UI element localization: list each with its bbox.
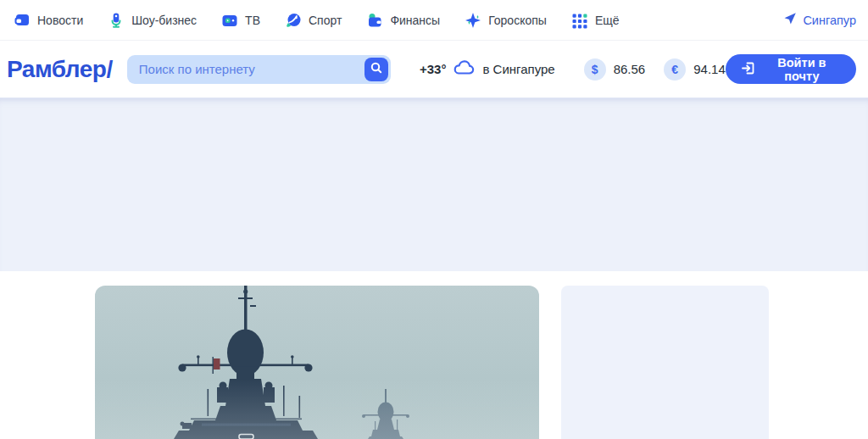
topnav-label: ТВ bbox=[245, 14, 260, 27]
login-mail-button[interactable]: Войти в почту bbox=[726, 54, 856, 84]
topnav-item-horoscope[interactable]: Гороскопы bbox=[465, 12, 547, 29]
wallet-icon bbox=[366, 12, 383, 29]
rambler-logo[interactable]: Рамблер/ bbox=[7, 56, 127, 83]
weather-widget[interactable]: +33° в Сингапуре bbox=[420, 60, 555, 79]
eur-rate[interactable]: € 94.14 bbox=[664, 58, 726, 81]
topnav-label: Шоу-бизнес bbox=[131, 14, 197, 27]
star-icon bbox=[465, 12, 481, 29]
main-content bbox=[0, 271, 868, 439]
topnav-label: Новости bbox=[37, 14, 83, 27]
sidebar-card-placeholder bbox=[561, 286, 769, 439]
ball-icon bbox=[285, 12, 302, 29]
location-selector[interactable]: Сингапур bbox=[783, 12, 856, 29]
topnav-label: Спорт bbox=[309, 14, 342, 27]
topnav-item-sport[interactable]: Спорт bbox=[285, 12, 342, 29]
login-label: Войти в почту bbox=[763, 56, 841, 83]
topnav-item-news[interactable]: Новости bbox=[14, 12, 83, 29]
login-icon bbox=[741, 61, 755, 78]
article-image-warships[interactable] bbox=[95, 286, 539, 439]
topnav-item-showbiz[interactable]: Шоу-бизнес bbox=[108, 12, 197, 29]
dollar-icon: $ bbox=[584, 58, 606, 81]
topnav-label: Ещё bbox=[595, 14, 620, 27]
topnav-label: Гороскопы bbox=[488, 14, 547, 27]
weather-temp: +33° bbox=[420, 62, 446, 76]
topnav-item-more[interactable]: Ещё bbox=[571, 12, 620, 29]
topnav-item-finance[interactable]: Финансы bbox=[366, 12, 440, 29]
search-bar bbox=[127, 55, 391, 84]
tv-icon bbox=[221, 12, 238, 29]
topnav-label: Финансы bbox=[390, 14, 440, 27]
weather-location: в Сингапуре bbox=[482, 62, 554, 76]
location-arrow-icon bbox=[783, 12, 797, 29]
location-label: Сингапур bbox=[803, 14, 856, 27]
search-input[interactable] bbox=[127, 55, 391, 84]
top-nav: Новости Шоу-бизнес ТВ bbox=[0, 0, 868, 41]
search-icon bbox=[370, 61, 383, 77]
usd-rate[interactable]: $ 86.56 bbox=[584, 58, 646, 81]
currency-rates: $ 86.56 € 94.14 bbox=[584, 58, 726, 81]
ad-banner-placeholder bbox=[0, 97, 868, 271]
euro-icon: € bbox=[664, 58, 686, 81]
news-icon bbox=[14, 12, 31, 29]
eur-value: 94.14 bbox=[693, 62, 726, 76]
cloud-icon bbox=[453, 60, 476, 79]
topnav-item-tv[interactable]: ТВ bbox=[221, 12, 260, 29]
grid-icon bbox=[571, 12, 588, 29]
header: Рамблер/ +33° в Сингапуре $ 86.56 € bbox=[0, 41, 868, 97]
microphone-icon bbox=[108, 12, 125, 29]
usd-value: 86.56 bbox=[614, 62, 646, 76]
search-button[interactable] bbox=[364, 58, 388, 81]
